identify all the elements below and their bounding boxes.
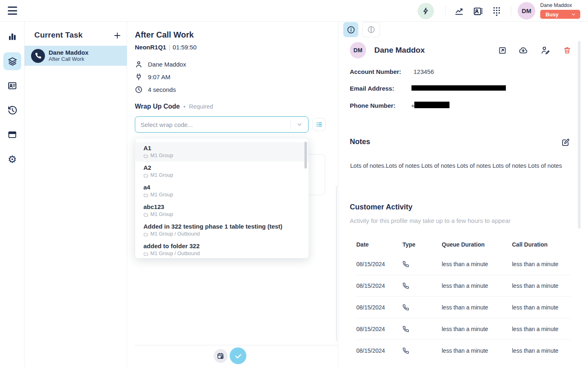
queue-duration: less than a minute — [442, 261, 512, 267]
activity-date: 08/15/2024 — [356, 282, 402, 289]
status-label: Busy — [546, 11, 559, 18]
chevron-down-icon — [296, 121, 303, 128]
call-duration: less than a minute — [512, 304, 570, 311]
sidebar-item-tasks[interactable] — [3, 52, 21, 70]
sidebar-item-settings[interactable]: ⚙ — [3, 150, 21, 168]
external-link-icon — [498, 46, 507, 55]
tab-profile-info[interactable] — [343, 22, 358, 37]
contact-row: Dane Maddox — [135, 60, 186, 68]
wrap-code-option[interactable]: added to folder 322 M1 Group / Outbound — [135, 240, 309, 258]
queue-duration: less than a minute — [442, 347, 512, 354]
activity-row[interactable]: 08/15/2024 less than a minute less than … — [356, 340, 570, 361]
left-nav-rail: ⚙ — [0, 22, 25, 367]
dialpad-button[interactable] — [491, 6, 502, 16]
email-label: Email Address: — [350, 85, 394, 92]
task-contact-name: Dane Maddox — [49, 49, 89, 56]
calendar-clock-icon — [217, 352, 224, 360]
phone-call-icon — [402, 347, 442, 354]
task-detail-title: After Call Work — [135, 30, 194, 40]
wrap-code-option[interactable]: abc123 M1 Group — [135, 201, 309, 220]
activity-date: 08/15/2024 — [356, 261, 402, 267]
activity-row[interactable]: 08/15/2024 less than a minute less than … — [356, 296, 570, 318]
avatar-initials: DM — [522, 7, 531, 14]
edit-profile-button[interactable] — [540, 45, 550, 55]
call-duration: less than a minute — [512, 347, 570, 354]
phone-call-icon — [402, 326, 442, 332]
col-date: Date — [356, 241, 402, 248]
browse-wrap-codes-button[interactable] — [313, 118, 326, 131]
user-avatar[interactable]: DM — [518, 2, 535, 20]
separator: | — [166, 44, 173, 51]
quick-actions-button[interactable] — [418, 3, 434, 19]
phone-call-icon — [402, 261, 442, 267]
delete-profile-button[interactable] — [562, 45, 572, 55]
notes-content: Lots of notes.Lots of notes Lots of note… — [350, 162, 573, 170]
option-title: A2 — [143, 164, 300, 172]
option-group: M1 Group — [150, 172, 173, 179]
line-chart-icon — [454, 7, 464, 16]
folder-icon — [143, 232, 148, 237]
contacts-card-icon — [7, 81, 17, 91]
history-icon — [7, 105, 18, 116]
hamburger-menu-icon[interactable] — [8, 7, 17, 15]
check-icon — [234, 352, 242, 360]
reporting-button[interactable] — [454, 6, 464, 16]
tasks-layers-icon — [7, 56, 18, 67]
add-task-button[interactable] — [112, 31, 122, 40]
customer-activity-title: Customer Activity — [350, 203, 412, 211]
activity-table-header: Date Type Queue Duration Call Duration — [356, 236, 570, 253]
current-task-panel: Current Task Dane Maddox After Call Work — [25, 22, 127, 367]
sidebar-item-contacts[interactable] — [3, 77, 21, 95]
wrap-code-option[interactable]: Added in 322 testing phase 1 table testi… — [135, 220, 309, 240]
tab-ai-insights[interactable] — [362, 22, 380, 37]
phone-icon — [35, 52, 42, 59]
folder-icon — [143, 251, 148, 256]
call-duration: less than a minute — [512, 326, 570, 332]
start-time: 9:07 AM — [148, 73, 170, 80]
account-number-value: 123456 — [414, 68, 434, 75]
option-group: M1 Group / Outbound — [150, 250, 200, 257]
wrap-code-option[interactable]: A1 M1 Group — [135, 142, 309, 162]
right-panel-scrollbar[interactable] — [578, 41, 581, 229]
option-group: M1 Group — [150, 211, 173, 218]
start-time-row: 9:07 AM — [135, 73, 170, 81]
folder-icon — [143, 212, 148, 217]
chevron-down-icon — [571, 12, 576, 17]
activity-date: 08/15/2024 — [356, 326, 402, 332]
required-label: Required — [189, 103, 213, 110]
status-dropdown[interactable]: Busy — [540, 10, 580, 19]
download-profile-button[interactable] — [518, 45, 528, 55]
topbar-user-name: Dane Maddox — [540, 2, 572, 8]
phone-label: Phone Number: — [350, 102, 396, 109]
middle-panel-scrollbar[interactable] — [336, 186, 337, 341]
complete-task-button[interactable] — [230, 347, 246, 364]
bar-chart-icon — [7, 32, 17, 42]
open-profile-button[interactable] — [497, 45, 508, 55]
edit-notes-button[interactable] — [561, 138, 570, 147]
sidebar-item-analytics[interactable] — [3, 28, 21, 46]
task-list-item[interactable]: Dane Maddox After Call Work — [25, 46, 127, 66]
wrap-up-label-row: Wrap Up Code • Required — [135, 103, 213, 110]
call-duration: less than a minute — [512, 261, 570, 267]
folder-icon — [143, 173, 148, 178]
settings-gear-icon: ⚙ — [8, 154, 17, 165]
schedule-button[interactable] — [214, 349, 228, 363]
wrap-code-input[interactable] — [135, 121, 291, 128]
activity-row[interactable]: 08/15/2024 less than a minute less than … — [356, 318, 570, 340]
sidebar-item-history[interactable] — [3, 101, 21, 119]
activity-row[interactable]: 08/15/2024 less than a minute less than … — [356, 253, 570, 275]
contacts-button[interactable] — [472, 6, 483, 16]
person-icon — [135, 60, 143, 68]
wrap-code-option[interactable]: A2 M1 Group — [135, 162, 309, 181]
queue-duration: less than a minute — [442, 304, 512, 311]
wrap-code-select[interactable] — [135, 116, 309, 133]
task-meta: Dane Maddox After Call Work — [49, 49, 89, 62]
lightning-icon — [422, 7, 430, 15]
dropdown-scrollbar[interactable] — [304, 142, 307, 169]
activity-row[interactable]: 08/15/2024 less than a minute less than … — [356, 275, 570, 296]
queue-duration: less than a minute — [442, 282, 512, 289]
select-chevron-button[interactable] — [291, 121, 308, 128]
task-detail-panel: After Call Work NeonR1Q1|01:59:50 Dane M… — [127, 22, 338, 367]
wrap-code-option[interactable]: a4 M1 Group — [135, 181, 309, 201]
sidebar-item-browser[interactable] — [3, 126, 21, 144]
